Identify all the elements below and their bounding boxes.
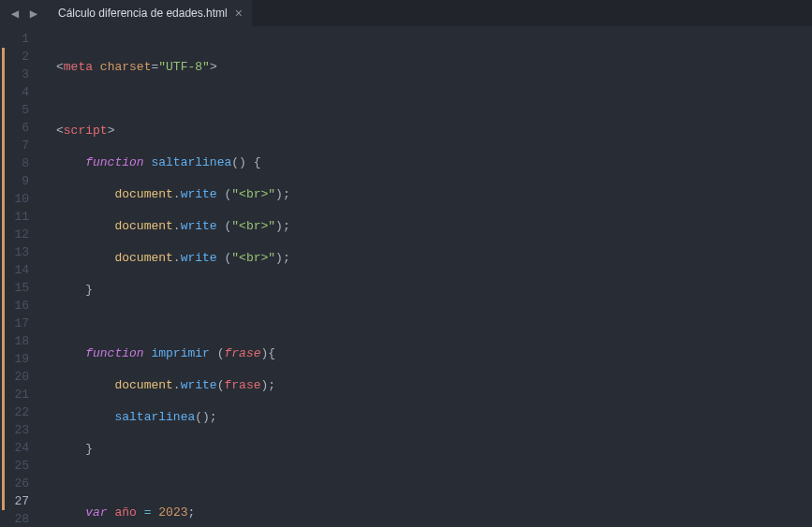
gutter-line-number: 3 — [4, 66, 29, 83]
gutter-line-number: 19 — [4, 350, 29, 368]
gutter-line-number: 23 — [4, 421, 29, 439]
code-line: document.write ("<br>"); — [56, 217, 812, 235]
gutter-line-number: 9 — [4, 172, 29, 190]
code-line — [56, 90, 812, 108]
close-icon[interactable]: × — [235, 7, 243, 20]
code-line: document.write ("<br>"); — [56, 249, 812, 267]
editor: 1234567891011121314151617181920212223242… — [0, 26, 812, 527]
gutter-line-number: 15 — [4, 279, 29, 297]
gutter-line-number: 26 — [4, 475, 29, 492]
gutter-line-number: 13 — [4, 243, 29, 261]
gutter-line-number: 5 — [4, 101, 29, 119]
gutter-line-number: 11 — [4, 208, 29, 226]
nav-arrows: ◀ ▶ — [0, 0, 49, 26]
gutter-line-number: 22 — [4, 403, 29, 421]
code-line: document.write(frase); — [56, 376, 812, 394]
gutter-line-number: 24 — [4, 439, 29, 457]
nav-back-icon[interactable]: ◀ — [7, 6, 22, 22]
gutter-line-number: 25 — [4, 457, 29, 475]
code-line: <script> — [56, 122, 812, 139]
gutter-line-number: 1 — [4, 30, 29, 48]
code-line: } — [56, 281, 812, 299]
code-line: <meta charset="UTF-8"> — [56, 58, 812, 76]
gutter-line-number: 6 — [4, 119, 29, 137]
gutter-line-number: 2 — [4, 48, 29, 66]
code-line: } — [56, 440, 812, 458]
code-line — [56, 313, 812, 330]
code-line: saltarlinea(); — [56, 408, 812, 426]
gutter[interactable]: 1234567891011121314151617181920212223242… — [0, 26, 39, 527]
gutter-line-number: 20 — [4, 368, 29, 386]
gutter-line-number: 14 — [4, 261, 29, 279]
tab-bar: ◀ ▶ Cálculo diferencia de edades.html × — [0, 0, 812, 26]
nav-forward-icon[interactable]: ▶ — [26, 6, 41, 22]
gutter-line-number: 7 — [4, 137, 29, 154]
gutter-line-number: 8 — [4, 154, 29, 172]
gutter-line-number: 18 — [4, 332, 29, 350]
code-line: function imprimir (frase){ — [56, 344, 812, 362]
gutter-line-number: 4 — [4, 83, 29, 101]
code-line — [56, 472, 812, 490]
gutter-line-number: 10 — [4, 190, 29, 208]
gutter-line-number: 27 — [4, 492, 29, 510]
gutter-line-number: 16 — [4, 297, 29, 315]
code-area[interactable]: <meta charset="UTF-8"> <script> function… — [39, 26, 812, 527]
gutter-line-number: 28 — [4, 510, 29, 527]
code-line: function saltarlinea() { — [56, 154, 812, 171]
code-line: document.write ("<br>"); — [56, 185, 812, 203]
tab-label: Cálculo diferencia de edades.html — [58, 7, 228, 20]
tab-active[interactable]: Cálculo diferencia de edades.html × — [49, 0, 252, 26]
gutter-line-number: 12 — [4, 226, 29, 243]
gutter-line-number: 17 — [4, 315, 29, 332]
code-line: var año = 2023; — [56, 504, 812, 521]
gutter-line-number: 21 — [4, 386, 29, 403]
